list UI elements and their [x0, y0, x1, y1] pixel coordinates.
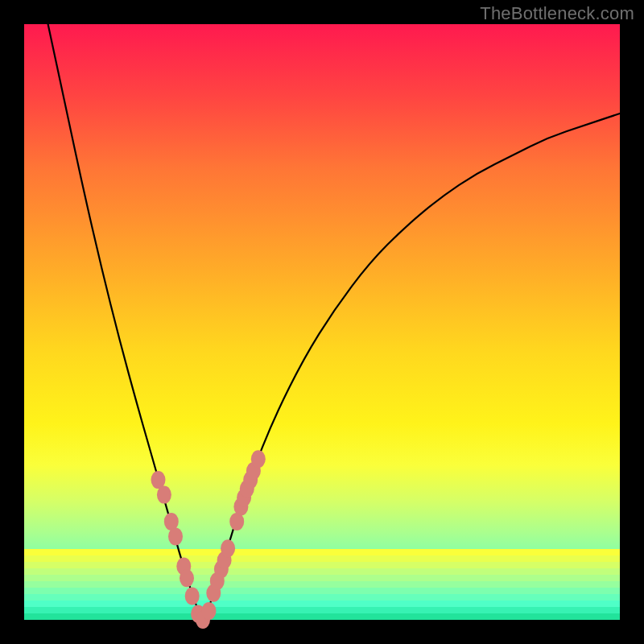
marker-point — [221, 539, 235, 557]
outer-frame: TheBottleneck.com — [0, 0, 644, 644]
marker-point — [185, 587, 200, 605]
marker-point — [251, 450, 266, 468]
bottleneck-curve — [48, 24, 620, 617]
marker-point — [168, 527, 183, 545]
watermark-text: TheBottleneck.com — [480, 3, 634, 24]
marker-point — [201, 602, 216, 620]
highlighted-points — [151, 450, 266, 629]
marker-point — [157, 486, 171, 504]
curve-layer — [24, 24, 620, 620]
marker-point — [180, 569, 194, 587]
